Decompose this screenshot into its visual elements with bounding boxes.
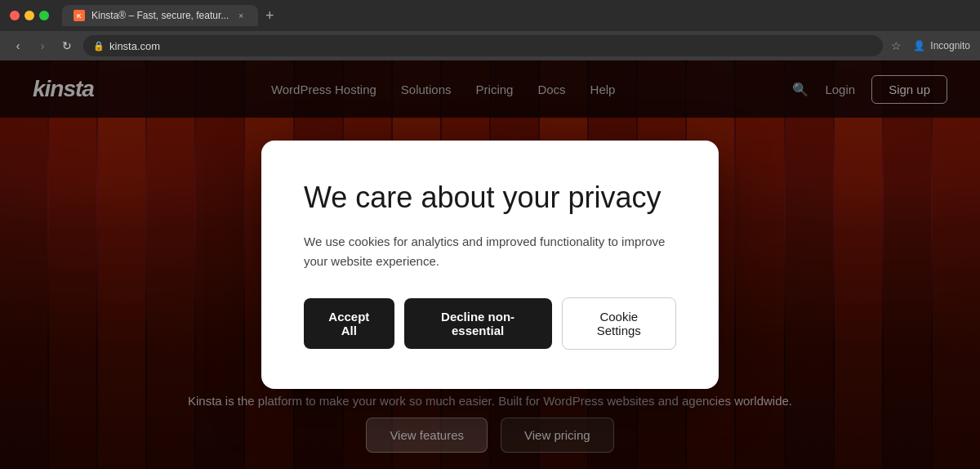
title-bar: K Kinsta® – Fast, secure, featur... × + <box>0 0 980 31</box>
incognito-icon: 👤 <box>913 40 925 51</box>
modal-actions: Accept All Decline non-essential Cookie … <box>304 297 676 350</box>
secure-icon: 🔒 <box>93 41 105 51</box>
browser-chrome: K Kinsta® – Fast, secure, featur... × + … <box>0 0 980 60</box>
decline-button[interactable]: Decline non-essential <box>404 298 552 349</box>
tab-bar: K Kinsta® – Fast, secure, featur... × + <box>62 4 970 27</box>
address-bar: ‹ › ↻ 🔒 kinsta.com ☆ 👤 Incognito <box>0 31 980 60</box>
bookmark-icon[interactable]: ☆ <box>891 39 902 52</box>
tab-title: Kinsta® – Fast, secure, featur... <box>91 10 229 21</box>
active-tab[interactable]: K Kinsta® – Fast, secure, featur... × <box>62 5 258 26</box>
minimize-window-button[interactable] <box>24 11 34 20</box>
close-tab-button[interactable]: × <box>235 10 247 21</box>
incognito-label: Incognito <box>930 40 970 51</box>
modal-title: We care about your privacy <box>304 180 676 215</box>
browser-actions: ☆ 👤 Incognito <box>891 39 970 52</box>
maximize-window-button[interactable] <box>39 11 49 20</box>
modal-description: We use cookies for analytics and improve… <box>304 232 676 271</box>
url-bar[interactable]: 🔒 kinsta.com <box>83 35 883 56</box>
url-text: kinsta.com <box>109 40 160 52</box>
tab-favicon-icon: K <box>74 10 85 21</box>
privacy-modal: We care about your privacy We use cookie… <box>261 141 719 388</box>
cookie-settings-button[interactable]: Cookie Settings <box>562 297 676 350</box>
new-tab-button[interactable]: + <box>258 4 281 27</box>
accept-all-button[interactable]: Accept All <box>304 298 394 349</box>
back-button[interactable]: ‹ <box>10 39 26 52</box>
traffic-lights <box>10 11 49 20</box>
incognito-badge: 👤 Incognito <box>913 40 970 51</box>
refresh-button[interactable]: ↻ <box>59 39 75 52</box>
modal-overlay: We care about your privacy We use cookie… <box>0 60 980 469</box>
close-window-button[interactable] <box>10 11 20 20</box>
website-content: kinsta WordPress Hosting Solutions Prici… <box>0 60 980 469</box>
forward-button[interactable]: › <box>34 39 51 52</box>
